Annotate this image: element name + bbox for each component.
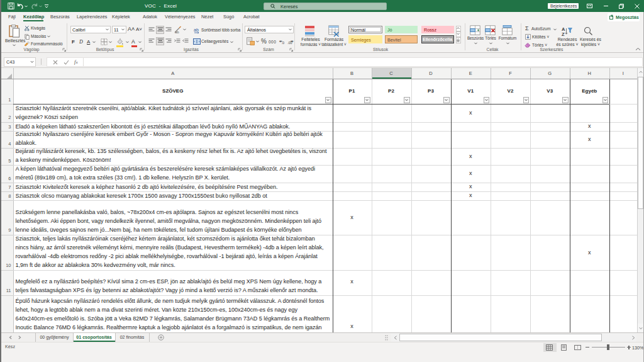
svg-text:.0: .0 (282, 41, 285, 45)
svg-text:Z: Z (562, 31, 565, 37)
svg-text:ab: ab (175, 30, 179, 34)
svg-text:ab: ab (194, 28, 199, 32)
svg-text:.00: .00 (287, 41, 292, 45)
